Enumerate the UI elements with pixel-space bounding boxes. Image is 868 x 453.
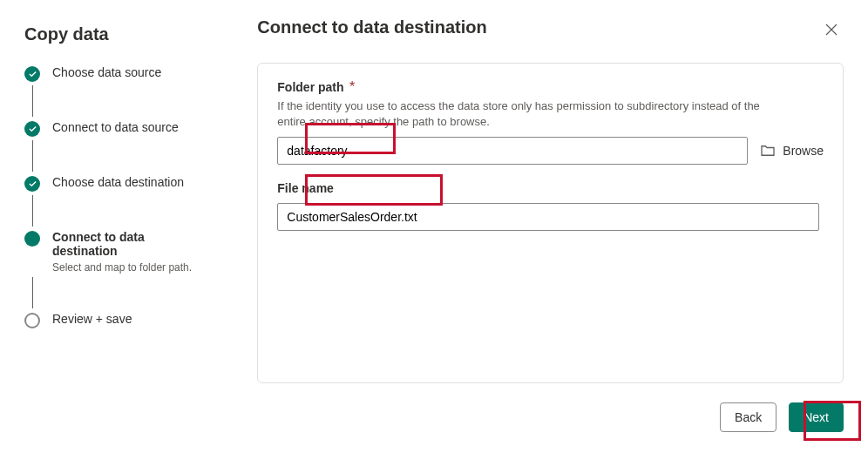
- connector: [32, 277, 33, 308]
- next-button[interactable]: Next: [789, 402, 844, 432]
- step-connect-to-data-source[interactable]: Connect to data source: [24, 120, 212, 137]
- file-name-label: File name: [277, 181, 334, 195]
- form-card: Folder path * If the identity you use to…: [257, 63, 844, 383]
- folder-icon: [760, 145, 776, 157]
- checkmark-icon: [24, 66, 40, 82]
- sidebar-title: Copy data: [24, 24, 212, 44]
- folder-path-input[interactable]: [277, 137, 748, 165]
- connector: [32, 85, 33, 117]
- step-connect-to-data-destination[interactable]: Connect to data destination Select and m…: [24, 230, 212, 274]
- current-step-icon: [24, 231, 40, 247]
- page-title: Connect to data destination: [257, 17, 486, 37]
- close-button[interactable]: [819, 17, 844, 42]
- folder-path-label: Folder path: [277, 80, 343, 94]
- step-choose-data-destination[interactable]: Choose data destination: [24, 175, 212, 192]
- main-panel: Connect to data destination Folder path …: [233, 0, 868, 453]
- step-choose-data-source[interactable]: Choose data source: [24, 65, 212, 82]
- file-name-input[interactable]: [277, 203, 819, 231]
- folder-path-description: If the identity you use to access the da…: [277, 98, 765, 130]
- folder-path-field: Folder path * If the identity you use to…: [277, 79, 824, 165]
- file-name-field: File name: [277, 180, 824, 231]
- browse-button[interactable]: Browse: [760, 144, 824, 158]
- back-button[interactable]: Back: [720, 402, 776, 432]
- sidebar: Copy data Choose data source Connect to …: [0, 0, 233, 453]
- pending-step-icon: [24, 313, 40, 328]
- checkmark-icon: [24, 121, 40, 137]
- connector: [32, 195, 33, 226]
- close-icon: [824, 23, 838, 37]
- step-list: Choose data source Connect to data sourc…: [24, 65, 212, 328]
- step-review-save[interactable]: Review + save: [24, 312, 212, 328]
- connector: [32, 140, 33, 172]
- browse-label: Browse: [783, 144, 824, 158]
- main-header: Connect to data destination: [257, 17, 844, 42]
- footer: Back Next: [257, 402, 844, 432]
- required-marker: *: [349, 79, 355, 94]
- checkmark-icon: [24, 176, 40, 192]
